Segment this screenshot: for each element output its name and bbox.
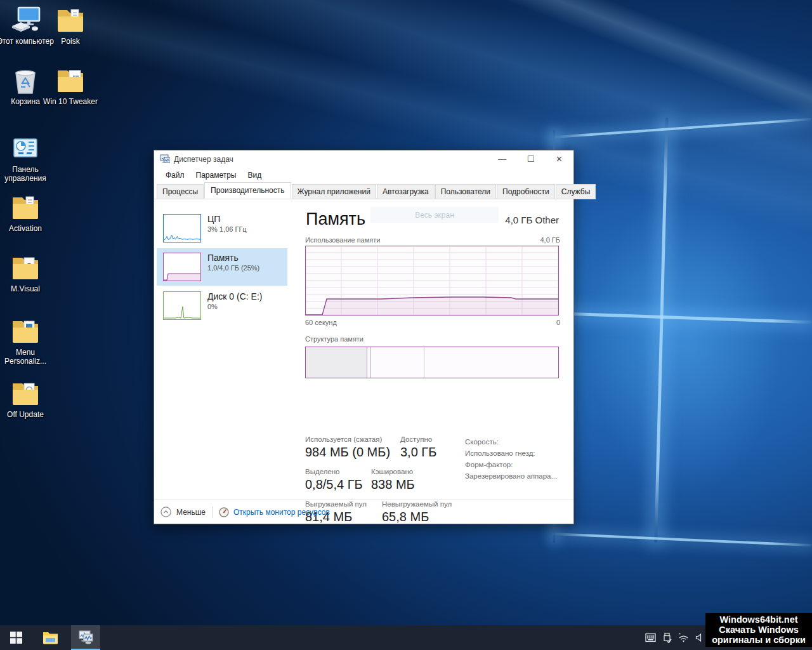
taskbar: * xyxy=(0,625,812,650)
desktop: Этот компьютер Poisk Корзина Win 10 Twe xyxy=(0,0,812,650)
close-button[interactable]: ✕ xyxy=(545,150,573,168)
tab-users[interactable]: Пользователи xyxy=(435,184,496,199)
watermark-line2: Скачать Windows xyxy=(707,625,811,635)
tab-services[interactable]: Службы xyxy=(556,184,596,199)
stat-value: 0,8/5,4 ГБ xyxy=(305,477,371,492)
sidebar-item-memory[interactable]: Память 1,0/4,0 ГБ (25%) xyxy=(157,248,287,286)
desktop-icon-label: Панель управления xyxy=(0,165,55,183)
folder-document-icon xyxy=(10,316,41,347)
composition-divider xyxy=(424,347,424,378)
memory-usage-chart[interactable] xyxy=(305,246,559,315)
desktop-icon-label: Menu Personaliz... xyxy=(0,348,55,366)
chevron-up-circle-icon xyxy=(160,507,171,517)
folder-document-icon xyxy=(10,378,41,409)
watermark-line3: оригиналы и сборки xyxy=(707,635,811,645)
composition-label: Структура памяти xyxy=(305,335,560,343)
tab-performance[interactable]: Производительность xyxy=(204,182,291,199)
system-tray: * xyxy=(645,625,705,650)
sidebar-item-name: ЦП xyxy=(207,214,247,224)
memory-capacity: 4,0 ГБ Other xyxy=(505,215,559,225)
desktop-icon-control-panel[interactable]: Панель управления xyxy=(0,133,55,183)
tab-startup[interactable]: Автозагрузка xyxy=(377,184,435,199)
ghost-tooltip-fullscreen: Весь экран xyxy=(370,207,499,223)
usage-chart-label: Использование памяти xyxy=(305,236,380,244)
file-explorer-taskbar-button[interactable] xyxy=(36,625,65,650)
desktop-icon-win10-tweaker[interactable]: Win 10 Tweaker xyxy=(41,65,100,106)
task-manager-window: Диспетчер задач — ☐ ✕ Файл Параметры Вид… xyxy=(154,150,574,524)
tab-details[interactable]: Подробности xyxy=(497,184,555,199)
open-resource-monitor-link[interactable]: Открыть монитор ресурсов xyxy=(219,507,330,517)
stat-label: Кэшировано xyxy=(371,468,415,475)
task-manager-icon xyxy=(160,154,170,164)
stat-label: Используется (сжатая) xyxy=(305,435,400,443)
folder-document-icon xyxy=(10,253,41,283)
panel-title: Память xyxy=(306,209,365,229)
tab-app-history[interactable]: Журнал приложений xyxy=(292,184,376,199)
speaker-icon[interactable] xyxy=(695,632,705,643)
touch-keyboard-icon[interactable] xyxy=(645,632,656,643)
minimize-icon: — xyxy=(498,154,506,164)
menu-options[interactable]: Параметры xyxy=(190,169,242,182)
watermark-line1: Windows64bit.net xyxy=(707,614,811,625)
tab-strip: Процессы Производительность Журнал прило… xyxy=(154,183,573,199)
info-label-speed: Скорость: xyxy=(465,436,557,448)
sidebar-item-name: Диск 0 (C: E:) xyxy=(207,291,262,302)
fewer-details-button[interactable]: Меньше xyxy=(160,507,206,517)
footer-divider xyxy=(212,507,213,518)
minimize-button[interactable]: — xyxy=(488,150,516,168)
tab-processes[interactable]: Процессы xyxy=(157,184,204,199)
desktop-icon-label: Win 10 Tweaker xyxy=(41,97,100,106)
disk-mini-chart xyxy=(163,291,201,320)
desktop-icon-poisk[interactable]: Poisk xyxy=(41,5,100,46)
menu-view[interactable]: Вид xyxy=(242,169,267,182)
desktop-icon-label: M.Visual xyxy=(0,284,55,293)
start-button[interactable] xyxy=(1,625,30,650)
desktop-icon-label: Poisk xyxy=(41,37,100,46)
resource-monitor-label: Открыть монитор ресурсов xyxy=(233,508,330,517)
desktop-icon-activation[interactable]: Activation xyxy=(0,192,55,233)
memory-mini-chart xyxy=(163,253,201,281)
desktop-icon-off-update[interactable]: Off Update xyxy=(0,378,55,419)
window-footer: Меньше Открыть монитор ресурсов xyxy=(154,500,573,524)
close-icon: ✕ xyxy=(556,154,563,164)
stat-label: Выделено xyxy=(305,468,371,475)
task-manager-icon xyxy=(78,630,94,645)
window-logo-edge xyxy=(551,118,811,139)
desktop-icon-menu-personalization[interactable]: Menu Personaliz... xyxy=(0,316,55,366)
fewer-details-label: Меньше xyxy=(176,508,206,517)
computer-icon xyxy=(10,5,41,36)
sidebar-item-name: Память xyxy=(207,253,259,263)
control-panel-icon xyxy=(10,133,41,164)
info-label-form-factor: Форм-фактор: xyxy=(465,459,557,470)
stat-value: 838 МБ xyxy=(371,477,415,492)
task-manager-taskbar-button[interactable] xyxy=(71,625,100,650)
performance-sidebar: ЦП 3% 1,06 ГГц Память 1,0/4,0 ГБ (25%) xyxy=(157,209,287,326)
folder-document-icon xyxy=(55,5,86,36)
usb-device-icon[interactable] xyxy=(662,632,672,643)
desktop-icon-label: Activation xyxy=(0,224,55,233)
time-axis-right: 0 xyxy=(556,319,560,326)
menu-bar: Файл Параметры Вид xyxy=(154,168,573,183)
folder-document-icon xyxy=(55,65,86,96)
wifi-disconnected-icon[interactable]: * xyxy=(678,632,689,643)
recycle-bin-icon xyxy=(10,65,41,96)
menu-file[interactable]: Файл xyxy=(160,169,190,182)
stat-value: 3,0 ГБ xyxy=(400,445,436,460)
sidebar-item-detail: 0% xyxy=(207,303,262,310)
desktop-icon-mvisual[interactable]: M.Visual xyxy=(0,253,55,293)
sidebar-item-disk0[interactable]: Диск 0 (C: E:) 0% xyxy=(157,287,287,324)
maximize-button[interactable]: ☐ xyxy=(516,150,545,168)
maximize-icon: ☐ xyxy=(527,154,535,164)
memory-panel: Память Весь экран 4,0 ГБ Other Использов… xyxy=(305,199,560,491)
title-bar[interactable]: Диспетчер задач — ☐ ✕ xyxy=(154,150,573,168)
window-title: Диспетчер задач xyxy=(174,155,488,164)
sidebar-item-detail: 1,0/4,0 ГБ (25%) xyxy=(207,264,259,272)
file-explorer-icon xyxy=(43,631,58,644)
sidebar-item-detail: 3% 1,06 ГГц xyxy=(207,225,247,233)
memory-composition-bar[interactable] xyxy=(305,347,559,378)
info-label-hw-reserved: Зарезервировано аппара... xyxy=(465,470,557,482)
stat-label: Доступно xyxy=(400,435,436,443)
sidebar-item-cpu[interactable]: ЦП 3% 1,06 ГГц xyxy=(157,209,287,247)
svg-text:*: * xyxy=(679,632,681,637)
desktop-icon-label: Off Update xyxy=(0,410,55,419)
